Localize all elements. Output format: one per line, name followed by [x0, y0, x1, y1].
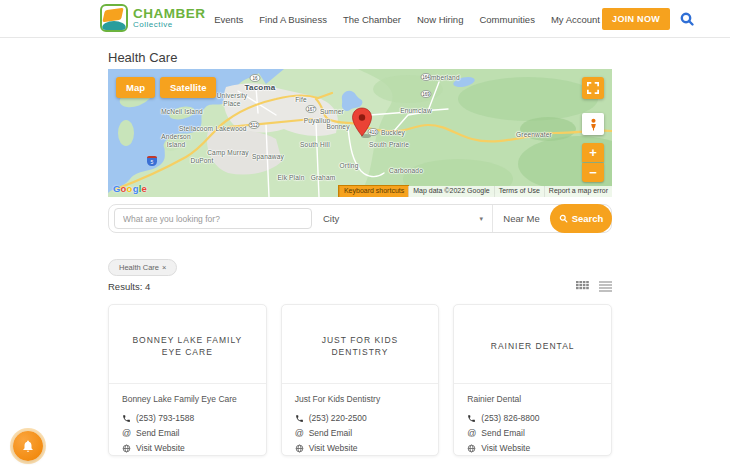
bell-icon: [21, 439, 35, 453]
card-title: Rainier Dental: [491, 341, 575, 353]
card-phone-link[interactable]: (253) 220-2500: [295, 413, 426, 423]
report-map-error-link[interactable]: Report a map error: [544, 186, 612, 197]
google-map[interactable]: TacomaUniversity PlaceFifeMcNeil IslandS…: [108, 69, 612, 197]
business-card: Just For Kids DentistryJust For Kids Den…: [281, 304, 440, 456]
nav-the-chamber[interactable]: The Chamber: [343, 14, 401, 25]
highway-shield-icon: 164: [421, 73, 432, 81]
search-icon: [559, 214, 568, 223]
header-search-icon[interactable]: [679, 11, 695, 27]
results-count: Results: 4: [108, 281, 150, 292]
chevron-down-icon: ▾: [479, 215, 483, 223]
search-button[interactable]: Search: [550, 204, 612, 233]
card-phone-link[interactable]: (253) 793-1588: [122, 413, 253, 423]
business-card: Bonney Lake Family Eye CareBonney Lake F…: [108, 304, 267, 456]
logo-title: CHAMBER: [133, 7, 206, 20]
card-title: Bonney Lake Family Eye Care: [121, 335, 254, 359]
main-content: Health Care: [108, 38, 612, 465]
card-business-name: Rainier Dental: [467, 394, 598, 404]
nav-now-hiring[interactable]: Now Hiring: [417, 14, 463, 25]
search-input[interactable]: [114, 208, 312, 229]
card-visit-website-link[interactable]: Visit Website: [467, 443, 598, 453]
card-visit-website-link[interactable]: Visit Website: [295, 443, 426, 453]
at-icon: @: [122, 428, 131, 438]
phone-icon: [295, 414, 304, 423]
city-select[interactable]: City ▾: [312, 205, 492, 232]
chamber-logo[interactable]: CHAMBER Collective: [100, 4, 206, 32]
card-business-name: Just For Kids Dentistry: [295, 394, 426, 404]
chip-close-icon[interactable]: ×: [162, 263, 166, 272]
map-attribution: Keyboard shortcutsMap data ©2022 GoogleT…: [339, 186, 612, 197]
phone-icon: [467, 414, 476, 423]
terms-of-use-link[interactable]: Terms of Use: [494, 186, 544, 197]
highway-shield-icon: 16: [250, 74, 261, 82]
zoom-in-button[interactable]: +: [582, 143, 604, 162]
interstate-shield-icon: 5: [147, 156, 157, 166]
card-visit-website-link[interactable]: Visit Website: [122, 443, 253, 453]
nav-events[interactable]: Events: [214, 14, 243, 25]
google-logo[interactable]: Google: [113, 183, 147, 194]
filter-chip-health-care[interactable]: Health Care ×: [108, 259, 177, 276]
card-business-name: Bonney Lake Family Eye Care: [122, 394, 253, 404]
nav-find-a-business[interactable]: Find A Business: [259, 14, 327, 25]
card-title: Just For Kids Dentistry: [294, 335, 427, 359]
chamber-logo-icon: [100, 4, 128, 32]
globe-icon: [122, 444, 131, 453]
card-phone-link[interactable]: (253) 826-8800: [467, 413, 598, 423]
near-me-button[interactable]: Near Me: [492, 205, 550, 232]
highway-shield-icon: 410: [368, 128, 379, 136]
satellite-view-button[interactable]: Satellite: [160, 77, 216, 98]
results-grid: Bonney Lake Family Eye CareBonney Lake F…: [108, 304, 612, 456]
zoom-out-button[interactable]: −: [582, 163, 604, 182]
map-fullscreen-button[interactable]: [582, 77, 604, 99]
nav-my-account[interactable]: My Account: [551, 14, 600, 25]
card-send-email-link[interactable]: @Send Email: [122, 428, 253, 438]
at-icon: @: [295, 428, 304, 438]
card-send-email-link[interactable]: @Send Email: [295, 428, 426, 438]
top-navbar: CHAMBER Collective EventsFind A Business…: [0, 0, 730, 38]
highway-shield-icon: 512: [249, 121, 260, 129]
globe-icon: [295, 444, 304, 453]
map-zoom-controls: + −: [582, 143, 604, 182]
list-view-icon[interactable]: [599, 281, 612, 292]
grid-view-icon[interactable]: [576, 281, 589, 292]
globe-icon: [467, 444, 476, 453]
nav-communities[interactable]: Communities: [479, 14, 534, 25]
city-select-value: City: [323, 213, 339, 224]
page-title: Health Care: [108, 50, 612, 65]
card-send-email-link[interactable]: @Send Email: [467, 428, 598, 438]
directory-search-bar: City ▾ Near Me Search: [108, 204, 612, 233]
highway-shield-icon: 169: [421, 90, 432, 98]
map-data-text: Map data ©2022 Google: [408, 186, 493, 197]
map-view-button[interactable]: Map: [116, 77, 155, 98]
street-view-pegman[interactable]: [582, 113, 604, 135]
business-card: Rainier DentalRainier Dental(253) 826-88…: [453, 304, 612, 456]
notifications-bell-button[interactable]: [13, 431, 43, 461]
join-now-button[interactable]: JOIN NOW: [602, 8, 670, 30]
nav-items: EventsFind A BusinessThe ChamberNow Hiri…: [214, 0, 600, 38]
logo-subtitle: Collective: [133, 20, 206, 29]
at-icon: @: [467, 428, 476, 438]
phone-icon: [122, 414, 131, 423]
map-type-toggle: Map Satellite: [116, 77, 216, 98]
highway-shield-icon: 167: [306, 105, 317, 113]
keyboard-shortcuts-link[interactable]: Keyboard shortcuts: [339, 186, 408, 197]
